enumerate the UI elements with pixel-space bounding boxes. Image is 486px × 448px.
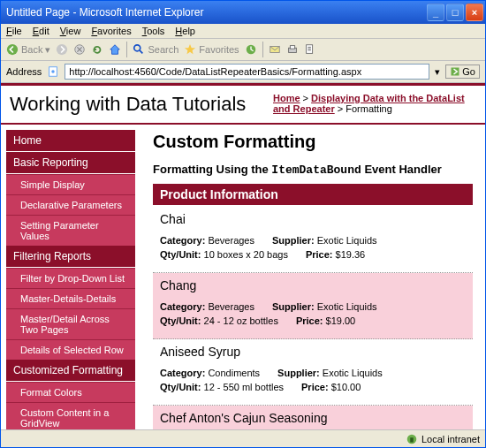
sidebar: HomeBasic ReportingSimple DisplayDeclara…	[1, 125, 140, 429]
svg-rect-7	[290, 46, 294, 49]
separator	[126, 42, 127, 57]
toolbar: Back ▾ Search Favorites	[1, 39, 485, 61]
svg-point-10	[52, 70, 56, 73]
product-item: ChaiCategory: BeveragesSupplier: Exotic …	[153, 207, 473, 273]
svg-point-0	[7, 44, 18, 55]
menu-favorites[interactable]: Favorites	[91, 26, 131, 36]
product-name: Chef Anton's Cajun Seasoning	[160, 411, 466, 425]
home-icon[interactable]	[109, 43, 121, 56]
sidebar-category[interactable]: Basic Reporting	[6, 152, 135, 173]
search-button[interactable]: Search	[133, 43, 178, 56]
refresh-icon[interactable]	[91, 43, 103, 56]
sidebar-item[interactable]: Declarative Parameters	[6, 194, 135, 215]
back-button[interactable]: Back ▾	[6, 43, 50, 56]
sidebar-item[interactable]: Details of Selected Row	[6, 339, 135, 360]
close-button[interactable]: ×	[466, 4, 483, 21]
breadcrumb-leaf: Formatting	[346, 103, 392, 114]
favorites-label: Favorites	[199, 44, 239, 55]
product-item: Chef Anton's Cajun SeasoningCategory: Co…	[153, 406, 473, 429]
page-title: Working with Data Tutorials	[10, 93, 273, 116]
menu-edit[interactable]: Edit	[33, 26, 49, 36]
address-label: Address	[6, 66, 42, 77]
zone-icon	[406, 433, 418, 445]
chevron-down-icon[interactable]: ▾	[435, 66, 440, 78]
sidebar-item[interactable]: Master-Details-Details	[6, 288, 135, 308]
address-input[interactable]	[65, 64, 429, 80]
main-content: Custom Formatting Formatting Using the I…	[140, 125, 485, 429]
mail-icon[interactable]	[269, 43, 281, 56]
menu-file[interactable]: File	[6, 26, 22, 36]
chevron-down-icon: ▾	[45, 44, 50, 56]
edit-icon[interactable]	[304, 43, 316, 56]
back-icon	[6, 43, 19, 56]
search-label: Search	[148, 44, 178, 55]
sub-heading: Formatting Using the ItemDataBound Event…	[153, 163, 473, 177]
sidebar-category[interactable]: Customized Formatting	[6, 360, 135, 381]
breadcrumb-home[interactable]: Home	[273, 93, 300, 103]
favorites-button[interactable]: Favorites	[184, 43, 239, 56]
go-button[interactable]: Go	[445, 65, 480, 79]
product-name: Chai	[160, 212, 466, 226]
star-icon	[184, 43, 196, 56]
window-title: Untitled Page - Microsoft Internet Explo…	[6, 6, 427, 19]
stop-icon[interactable]	[73, 43, 86, 56]
breadcrumb: Home > Displaying Data with the DataList…	[273, 93, 476, 116]
sidebar-item[interactable]: Custom Content in a GridView	[6, 402, 135, 429]
status-bar: Local intranet	[1, 429, 485, 447]
svg-rect-13	[410, 437, 414, 442]
menu-view[interactable]: View	[60, 26, 81, 36]
forward-button	[56, 43, 68, 56]
search-icon	[133, 43, 145, 56]
section-header: Product Information	[153, 184, 473, 205]
menu-tools[interactable]: Tools	[142, 26, 165, 36]
sidebar-item[interactable]: Setting Parameter Values	[6, 215, 135, 246]
history-icon[interactable]	[245, 43, 257, 56]
product-name: Aniseed Syrup	[160, 345, 466, 359]
titlebar: Untitled Page - Microsoft Internet Explo…	[1, 1, 485, 24]
go-icon	[450, 66, 460, 77]
svg-point-1	[57, 44, 67, 55]
print-icon[interactable]	[286, 43, 299, 56]
zone-label: Local intranet	[421, 434, 480, 444]
menubar: File Edit View Favorites Tools Help	[1, 24, 485, 39]
product-name: Chang	[160, 278, 466, 292]
product-item: Aniseed SyrupCategory: CondimentsSupplie…	[153, 339, 473, 406]
menu-help[interactable]: Help	[175, 26, 195, 36]
sidebar-category[interactable]: Home	[6, 130, 135, 151]
go-label: Go	[462, 66, 475, 77]
sidebar-category[interactable]: Filtering Reports	[6, 246, 135, 267]
forward-icon	[56, 43, 68, 56]
sidebar-item[interactable]: Filter by Drop-Down List	[6, 268, 135, 288]
address-bar: Address ▾ Go	[1, 61, 485, 83]
back-label: Back	[21, 44, 42, 55]
separator	[262, 42, 263, 57]
maximize-button[interactable]: □	[446, 4, 464, 21]
sidebar-item[interactable]: Simple Display	[6, 174, 135, 194]
minimize-button[interactable]: _	[427, 4, 444, 21]
product-item: ChangCategory: BeveragesSupplier: Exotic…	[153, 273, 473, 339]
sidebar-item[interactable]: Format Colors	[6, 382, 135, 402]
sidebar-item[interactable]: Master/Detail Across Two Pages	[6, 308, 135, 339]
main-heading: Custom Formatting	[153, 132, 473, 152]
svg-point-3	[134, 45, 140, 51]
page-icon	[47, 65, 59, 78]
